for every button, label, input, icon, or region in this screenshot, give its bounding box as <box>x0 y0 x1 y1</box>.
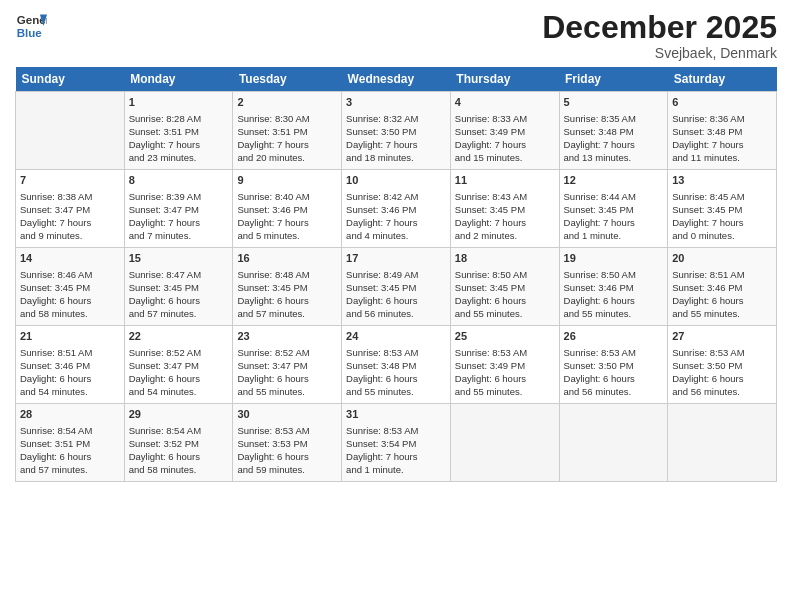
cell-content: Daylight: 6 hours <box>455 294 555 307</box>
cell-content: and 55 minutes. <box>455 307 555 320</box>
page-header: General Blue December 2025 Svejbaek, Den… <box>15 10 777 61</box>
cell-content: Sunrise: 8:46 AM <box>20 268 120 281</box>
calendar-cell: 11Sunrise: 8:43 AMSunset: 3:45 PMDayligh… <box>450 170 559 248</box>
day-number: 25 <box>455 329 555 344</box>
cell-content: and 57 minutes. <box>237 307 337 320</box>
cell-content: Daylight: 6 hours <box>237 450 337 463</box>
calendar-cell: 5Sunrise: 8:35 AMSunset: 3:48 PMDaylight… <box>559 92 668 170</box>
week-row-2: 14Sunrise: 8:46 AMSunset: 3:45 PMDayligh… <box>16 248 777 326</box>
cell-content: Sunrise: 8:42 AM <box>346 190 446 203</box>
cell-content: Daylight: 6 hours <box>129 450 229 463</box>
location: Svejbaek, Denmark <box>542 45 777 61</box>
cell-content: Sunset: 3:47 PM <box>129 203 229 216</box>
day-number: 28 <box>20 407 120 422</box>
calendar-cell: 23Sunrise: 8:52 AMSunset: 3:47 PMDayligh… <box>233 326 342 404</box>
cell-content: Sunrise: 8:53 AM <box>564 346 664 359</box>
cell-content: Sunrise: 8:54 AM <box>129 424 229 437</box>
cell-content: Daylight: 7 hours <box>237 138 337 151</box>
cell-content: and 58 minutes. <box>129 463 229 476</box>
cell-content: Sunrise: 8:32 AM <box>346 112 446 125</box>
day-number: 14 <box>20 251 120 266</box>
cell-content: and 54 minutes. <box>129 385 229 398</box>
cell-content: Sunset: 3:46 PM <box>564 281 664 294</box>
cell-content: Sunset: 3:49 PM <box>455 125 555 138</box>
calendar-cell: 10Sunrise: 8:42 AMSunset: 3:46 PMDayligh… <box>342 170 451 248</box>
cell-content: and 13 minutes. <box>564 151 664 164</box>
day-number: 23 <box>237 329 337 344</box>
cell-content: Daylight: 7 hours <box>20 216 120 229</box>
cell-content: Sunrise: 8:49 AM <box>346 268 446 281</box>
calendar-cell <box>450 404 559 482</box>
cell-content: Sunset: 3:45 PM <box>672 203 772 216</box>
calendar-cell: 21Sunrise: 8:51 AMSunset: 3:46 PMDayligh… <box>16 326 125 404</box>
cell-content: Sunset: 3:45 PM <box>129 281 229 294</box>
cell-content: and 1 minute. <box>346 463 446 476</box>
cell-content: Daylight: 6 hours <box>129 372 229 385</box>
calendar-cell: 19Sunrise: 8:50 AMSunset: 3:46 PMDayligh… <box>559 248 668 326</box>
cell-content: and 55 minutes. <box>455 385 555 398</box>
cell-content: Sunset: 3:45 PM <box>346 281 446 294</box>
day-number: 17 <box>346 251 446 266</box>
cell-content: Sunrise: 8:47 AM <box>129 268 229 281</box>
day-number: 19 <box>564 251 664 266</box>
calendar-cell: 17Sunrise: 8:49 AMSunset: 3:45 PMDayligh… <box>342 248 451 326</box>
calendar-cell: 20Sunrise: 8:51 AMSunset: 3:46 PMDayligh… <box>668 248 777 326</box>
calendar-cell: 30Sunrise: 8:53 AMSunset: 3:53 PMDayligh… <box>233 404 342 482</box>
cell-content: Sunset: 3:51 PM <box>237 125 337 138</box>
cell-content: Daylight: 7 hours <box>237 216 337 229</box>
calendar-cell: 12Sunrise: 8:44 AMSunset: 3:45 PMDayligh… <box>559 170 668 248</box>
calendar-cell: 28Sunrise: 8:54 AMSunset: 3:51 PMDayligh… <box>16 404 125 482</box>
cell-content: Sunset: 3:51 PM <box>129 125 229 138</box>
calendar-cell: 3Sunrise: 8:32 AMSunset: 3:50 PMDaylight… <box>342 92 451 170</box>
week-row-3: 21Sunrise: 8:51 AMSunset: 3:46 PMDayligh… <box>16 326 777 404</box>
cell-content: Sunset: 3:54 PM <box>346 437 446 450</box>
calendar-cell: 27Sunrise: 8:53 AMSunset: 3:50 PMDayligh… <box>668 326 777 404</box>
day-number: 20 <box>672 251 772 266</box>
cell-content: Daylight: 7 hours <box>564 138 664 151</box>
day-number: 26 <box>564 329 664 344</box>
day-number: 1 <box>129 95 229 110</box>
cell-content: Daylight: 7 hours <box>564 216 664 229</box>
calendar-cell <box>559 404 668 482</box>
svg-text:Blue: Blue <box>17 27 43 39</box>
cell-content: Daylight: 7 hours <box>455 138 555 151</box>
cell-content: and 1 minute. <box>564 229 664 242</box>
calendar-cell: 2Sunrise: 8:30 AMSunset: 3:51 PMDaylight… <box>233 92 342 170</box>
day-number: 6 <box>672 95 772 110</box>
day-number: 13 <box>672 173 772 188</box>
cell-content: Daylight: 7 hours <box>672 138 772 151</box>
calendar-cell: 24Sunrise: 8:53 AMSunset: 3:48 PMDayligh… <box>342 326 451 404</box>
calendar-cell: 1Sunrise: 8:28 AMSunset: 3:51 PMDaylight… <box>124 92 233 170</box>
cell-content: Sunrise: 8:44 AM <box>564 190 664 203</box>
cell-content: Sunset: 3:50 PM <box>346 125 446 138</box>
cell-content: and 5 minutes. <box>237 229 337 242</box>
day-number: 18 <box>455 251 555 266</box>
cell-content: Sunset: 3:50 PM <box>672 359 772 372</box>
day-number: 10 <box>346 173 446 188</box>
day-number: 31 <box>346 407 446 422</box>
cell-content: and 56 minutes. <box>672 385 772 398</box>
cell-content: Daylight: 6 hours <box>20 450 120 463</box>
week-row-4: 28Sunrise: 8:54 AMSunset: 3:51 PMDayligh… <box>16 404 777 482</box>
cell-content: Sunset: 3:46 PM <box>20 359 120 372</box>
col-header-friday: Friday <box>559 67 668 92</box>
day-number: 8 <box>129 173 229 188</box>
col-header-tuesday: Tuesday <box>233 67 342 92</box>
logo-icon: General Blue <box>15 10 47 42</box>
cell-content: and 55 minutes. <box>672 307 772 320</box>
cell-content: Sunset: 3:45 PM <box>564 203 664 216</box>
calendar-cell: 7Sunrise: 8:38 AMSunset: 3:47 PMDaylight… <box>16 170 125 248</box>
calendar-cell: 25Sunrise: 8:53 AMSunset: 3:49 PMDayligh… <box>450 326 559 404</box>
cell-content: and 58 minutes. <box>20 307 120 320</box>
cell-content: Sunset: 3:47 PM <box>20 203 120 216</box>
col-header-thursday: Thursday <box>450 67 559 92</box>
cell-content: Sunset: 3:52 PM <box>129 437 229 450</box>
cell-content: Sunrise: 8:51 AM <box>672 268 772 281</box>
month-title: December 2025 <box>542 10 777 45</box>
cell-content: Sunset: 3:48 PM <box>672 125 772 138</box>
calendar-cell: 15Sunrise: 8:47 AMSunset: 3:45 PMDayligh… <box>124 248 233 326</box>
cell-content: and 20 minutes. <box>237 151 337 164</box>
calendar-header: SundayMondayTuesdayWednesdayThursdayFrid… <box>16 67 777 92</box>
cell-content: Sunrise: 8:51 AM <box>20 346 120 359</box>
cell-content: Sunrise: 8:30 AM <box>237 112 337 125</box>
